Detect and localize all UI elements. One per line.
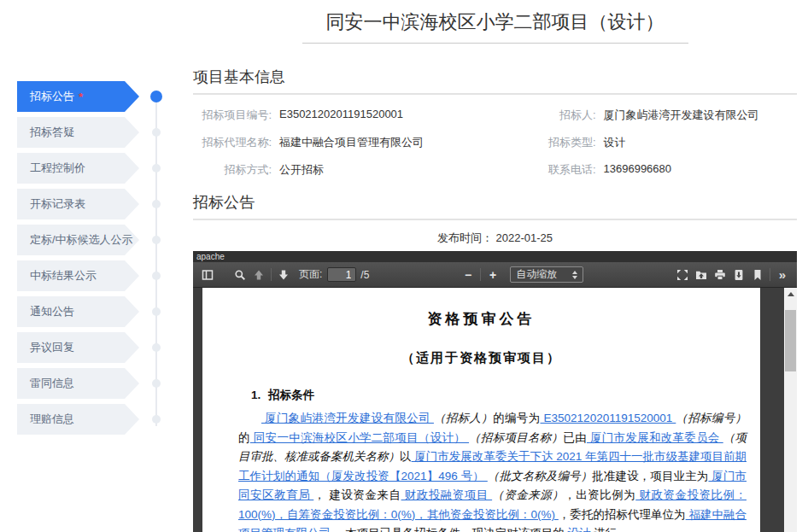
sidebar-item-bid-opening-record[interactable]: 开标记录表 bbox=[17, 189, 139, 219]
required-asterisk: * bbox=[79, 91, 83, 103]
pdf-gutter-left bbox=[193, 288, 202, 532]
sidebar-item-label: 工程控制价 bbox=[30, 161, 85, 176]
announcement-heading: 招标公告 bbox=[193, 192, 797, 220]
pdf-toolbar-right: » bbox=[673, 266, 792, 284]
field-value: 设计 bbox=[604, 135, 626, 150]
doc-blank-field: 同安一中滨海校区小学二部项目（设计） bbox=[250, 431, 469, 444]
next-page-button[interactable] bbox=[274, 266, 293, 284]
field-value: 福建中融合项目管理有限公司 bbox=[279, 135, 424, 150]
arrow-down-icon bbox=[278, 269, 290, 281]
sidebar-item-project-control-price[interactable]: 工程控制价 bbox=[17, 153, 139, 184]
field-label: 招标方式: bbox=[193, 162, 272, 178]
zoom-out-button[interactable]: − bbox=[459, 266, 477, 284]
scroll-up-button[interactable] bbox=[784, 288, 797, 300]
triangle-up-icon bbox=[788, 292, 794, 296]
pdf-viewer: apache bbox=[193, 251, 797, 532]
sidebar-item-label: 异议回复 bbox=[30, 340, 74, 355]
basic-info-heading: 项目基本信息 bbox=[193, 67, 797, 95]
document-paragraph: 厦门象屿港湾开发建设有限公司 （招标人）的编号为 E35021202011915… bbox=[238, 409, 747, 532]
doc-blank-field: 设计 bbox=[565, 527, 594, 532]
field-tender-method: 招标方式: 公开招标 bbox=[193, 156, 495, 184]
print-button[interactable] bbox=[711, 266, 729, 284]
sidebar-item-list: 招标公告 * 招标答疑 工程控制价 开标记录表 定标/中标候选人公示 中标结果公… bbox=[17, 81, 139, 440]
field-contact-phone: 联系电话: 13696996680 bbox=[495, 156, 798, 184]
sidebar-item-notice[interactable]: 通知公告 bbox=[17, 296, 139, 327]
field-label: 招标代理名称: bbox=[193, 135, 272, 150]
sidebar-item-objection-reply[interactable]: 异议回复 bbox=[17, 332, 139, 363]
sidebar-item-candidate-publicity[interactable]: 定标/中标候选人公示 bbox=[17, 225, 139, 255]
sidebar-item-tender-announcement[interactable]: 招标公告 * bbox=[17, 81, 139, 112]
printer-icon bbox=[714, 269, 726, 281]
zoom-in-button[interactable]: + bbox=[483, 266, 502, 284]
doc-text: （批文名称及编号） bbox=[488, 470, 593, 482]
doc-text: 的 bbox=[238, 431, 250, 444]
sidebar-item-winning-result[interactable]: 中标结果公示 bbox=[17, 260, 139, 291]
open-file-button[interactable] bbox=[692, 266, 711, 284]
timeline-dot bbox=[149, 296, 163, 327]
select-arrows-icon bbox=[572, 271, 577, 279]
timeline-dot bbox=[149, 404, 163, 435]
bookmark-icon bbox=[752, 269, 764, 281]
main-content: 同安一中滨海校区小学二部项目（设计） 项目基本信息 招标项目编号: E35021… bbox=[193, 0, 797, 532]
publish-time: 发布时间： 2022-01-25 bbox=[193, 231, 797, 246]
section-title: 招标条件 bbox=[268, 389, 314, 401]
timeline-dot bbox=[149, 153, 163, 184]
sidebar-item-label: 开标记录表 bbox=[30, 196, 85, 212]
announcement-section: 招标公告 发布时间： 2022-01-25 apache bbox=[193, 192, 797, 532]
sidebar-item-duplicate-info[interactable]: 雷同信息 bbox=[17, 368, 139, 399]
doc-blank-field: 厦门象屿港湾开发建设有限公司 bbox=[261, 412, 434, 424]
timeline-dot bbox=[149, 81, 163, 112]
field-tender-type: 招标类型: 设计 bbox=[495, 129, 798, 156]
document-subtitle: （适用于资格预审项目） bbox=[202, 350, 760, 366]
field-agency-name: 招标代理名称: 福建中融合项目管理有限公司 bbox=[193, 129, 495, 156]
doc-text: 进行 bbox=[594, 527, 617, 532]
search-button[interactable] bbox=[231, 266, 249, 284]
previous-page-button[interactable] bbox=[249, 266, 268, 284]
doc-blank-field: 厦门市发展和改革委员会 bbox=[587, 431, 723, 444]
scrollbar-thumb[interactable] bbox=[785, 310, 796, 371]
sidebar-toggle-icon bbox=[202, 269, 214, 281]
pdf-scrollbar[interactable] bbox=[784, 288, 797, 532]
sidebar-item-label: 中标结果公示 bbox=[30, 268, 97, 284]
timeline-dot bbox=[149, 368, 163, 399]
pdf-toolbar: 页面: /5 − + 自动缩放 bbox=[193, 262, 797, 288]
sidebar-item-label: 雷同信息 bbox=[30, 376, 74, 391]
field-tenderer: 招标人: 厦门象屿港湾开发建设有限公司 bbox=[495, 102, 798, 129]
zoom-select-value: 自动缩放 bbox=[516, 267, 557, 282]
presentation-mode-button[interactable] bbox=[673, 266, 692, 284]
doc-text: 的编号为 bbox=[493, 412, 540, 424]
pdf-page: 资格预审公告 （适用于资格预审项目） 1.招标条件 厦门象屿港湾开发建设有限公司… bbox=[202, 288, 760, 532]
document-title: 资格预审公告 bbox=[202, 309, 760, 329]
doc-text: 已由 bbox=[563, 431, 587, 444]
field-label: 招标类型: bbox=[495, 135, 596, 150]
timeline-dot bbox=[149, 117, 163, 148]
field-project-number: 招标项目编号: E3502120201191520001 bbox=[193, 102, 495, 129]
sidebar-item-tender-qa[interactable]: 招标答疑 bbox=[17, 117, 139, 148]
pdf-content-area: 资格预审公告 （适用于资格预审项目） 1.招标条件 厦门象屿港湾开发建设有限公司… bbox=[193, 288, 797, 532]
sidebar-item-label: 招标公告 bbox=[30, 89, 74, 104]
pdf-gutter-right bbox=[760, 288, 784, 532]
doc-text: ，委托的招标代理单位为 bbox=[559, 508, 686, 521]
doc-blank-field: E3502120201191520001 bbox=[540, 412, 676, 424]
timeline-dot bbox=[149, 225, 163, 255]
field-value: 13696996680 bbox=[604, 162, 672, 178]
field-label: 招标项目编号: bbox=[193, 108, 272, 123]
arrow-up-icon bbox=[253, 269, 265, 281]
doc-text: ， 建设资金来自 bbox=[313, 488, 401, 501]
doc-text: （招标人） bbox=[434, 412, 493, 424]
timeline-dot bbox=[149, 189, 163, 219]
download-icon bbox=[733, 269, 745, 281]
doc-text: ，出资比例为 bbox=[564, 488, 635, 501]
document-section-heading: 1.招标条件 bbox=[251, 388, 760, 403]
bookmark-button[interactable] bbox=[748, 266, 767, 284]
download-button[interactable] bbox=[729, 266, 748, 284]
sidebar-toggle-button[interactable] bbox=[198, 266, 217, 284]
page-title: 同安一中滨海校区小学二部项目（设计） bbox=[302, 9, 688, 44]
field-label: 招标人: bbox=[495, 108, 596, 123]
zoom-select[interactable]: 自动缩放 bbox=[510, 266, 583, 283]
more-tools-button[interactable]: » bbox=[773, 266, 792, 284]
fullscreen-icon bbox=[676, 269, 688, 281]
sidebar-item-claim-info[interactable]: 理赔信息 bbox=[17, 404, 139, 435]
pdf-window-title: apache bbox=[193, 251, 797, 262]
page-number-input[interactable] bbox=[327, 267, 356, 282]
